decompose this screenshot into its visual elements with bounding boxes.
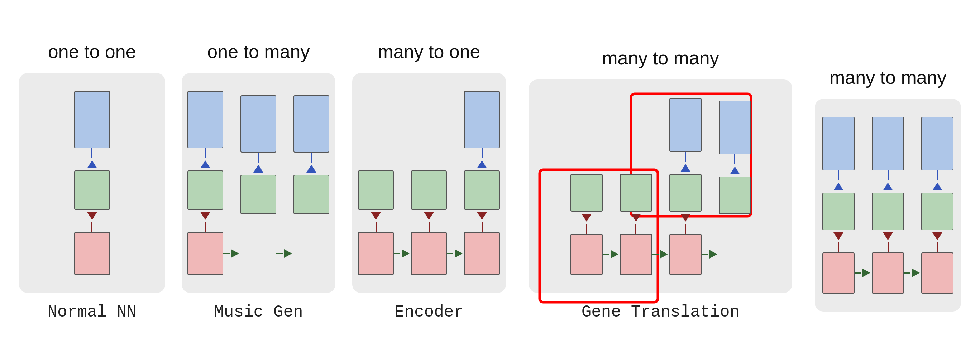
arrow-down-connector [87, 210, 97, 232]
title-one-to-many: one to many [207, 41, 310, 62]
output-box-3 [464, 91, 500, 148]
hidden-box-3 [293, 175, 329, 214]
label-one-to-one: Normal NN [47, 303, 136, 322]
g-hidden-4 [719, 176, 751, 214]
arrow-down-icon [87, 212, 97, 220]
g-input-3 [669, 234, 702, 275]
output-box-1 [188, 91, 223, 148]
input-box-2 [411, 232, 447, 275]
hidden-box-2 [411, 170, 447, 210]
card-many-to-many [815, 99, 961, 311]
g-output-4 [719, 101, 751, 154]
g-output-3 [669, 98, 702, 152]
title-many-to-many: many to many [829, 67, 947, 88]
m-input-3 [921, 252, 953, 294]
vline-bottom [91, 222, 92, 232]
col-1 [74, 91, 110, 275]
g-input-1 [570, 234, 603, 275]
m-hidden-2 [872, 193, 904, 230]
section-one-to-one: one to one Normal NN [11, 41, 173, 322]
m-hidden-1 [822, 193, 854, 230]
section-gene-translation: many to many [514, 47, 807, 322]
hidden-box-2 [240, 175, 276, 214]
section-one-to-many: one to many [173, 41, 344, 322]
label-many-to-one: Encoder [395, 303, 464, 322]
g-hidden-3 [669, 174, 702, 212]
section-many-to-one: many to one [344, 41, 514, 322]
section-many-to-many: many to many [807, 67, 969, 322]
card-many-to-one [352, 73, 506, 293]
input-box [74, 232, 110, 275]
g-hidden-1 [570, 174, 603, 212]
input-box-3 [464, 232, 500, 275]
g-hidden-2 [620, 174, 652, 212]
m-hidden-3 [921, 193, 953, 230]
m-input-2 [872, 252, 904, 294]
m-output-3 [921, 117, 953, 170]
title-one-to-one: one to one [48, 41, 136, 62]
label-one-to-many: Music Gen [214, 303, 303, 322]
m-output-2 [872, 117, 904, 170]
g-input-2 [620, 234, 652, 275]
hidden-box [74, 170, 110, 210]
card-gene-translation [529, 79, 792, 293]
input-box-1 [358, 232, 394, 275]
card-one-to-many [182, 73, 335, 293]
output-box [74, 91, 110, 148]
arrow-up-icon [87, 160, 97, 168]
title-many-to-one: many to one [378, 41, 480, 62]
hidden-box-1 [358, 170, 394, 210]
main-container: one to one Normal NN one to many [11, 41, 969, 322]
card-one-to-one [19, 73, 165, 293]
output-box-2 [240, 95, 276, 152]
label-gene-translation: Gene Translation [582, 303, 740, 322]
vline-top [91, 148, 92, 158]
hidden-box-3 [464, 170, 500, 210]
m-input-1 [822, 252, 854, 294]
m-output-1 [822, 117, 854, 170]
output-box-3 [293, 95, 329, 152]
hidden-box-1 [188, 170, 223, 210]
arrow-up-connector [87, 148, 97, 170]
title-many-to-many-gene: many to many [602, 47, 719, 69]
input-box-1 [188, 232, 223, 275]
